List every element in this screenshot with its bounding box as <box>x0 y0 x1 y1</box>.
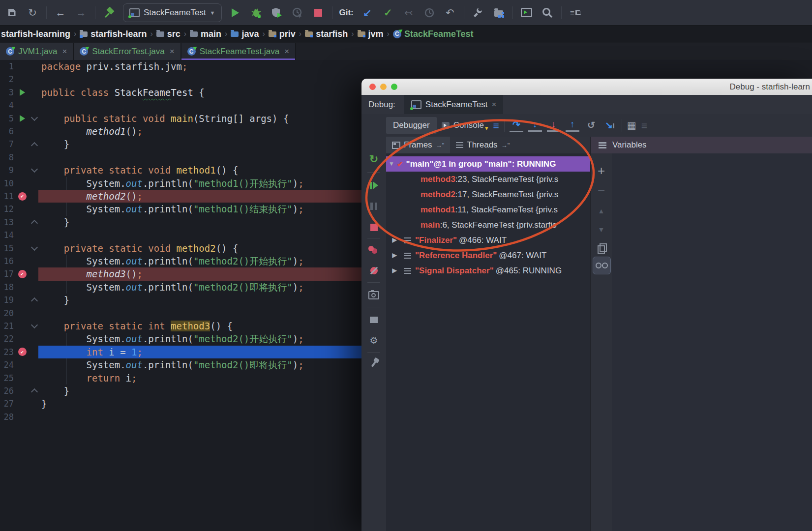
duplicate-watch-button[interactable] <box>591 241 612 258</box>
save-button[interactable] <box>5 5 19 20</box>
debug-session-tab[interactable]: StackFeameTest × <box>404 95 504 114</box>
restore-layout-button[interactable]: ≡ <box>641 120 647 131</box>
profiler-button[interactable] <box>291 5 304 20</box>
resume-button[interactable] <box>361 177 386 193</box>
run-icon[interactable] <box>20 115 25 122</box>
rerun-button[interactable]: ↻ <box>361 151 386 167</box>
run-icon[interactable] <box>20 89 25 96</box>
move-up-button[interactable]: ▲ <box>591 203 612 219</box>
breakpoint-icon[interactable]: ✔ <box>18 192 27 201</box>
expander-right-icon[interactable]: ▶ <box>389 263 400 278</box>
stack-frame-row[interactable]: method1:11, StackFeameTest {priv.s <box>386 202 590 217</box>
expander-right-icon[interactable]: ▶ <box>389 233 400 248</box>
breadcrumb-item[interactable]: jvm <box>358 29 384 39</box>
breadcrumb-item[interactable]: main <box>190 29 221 39</box>
fold-icon[interactable] <box>31 166 38 173</box>
force-step-into-button[interactable]: ↓ <box>547 119 561 132</box>
editor-tab[interactable]: CStackFeameTest.java× <box>181 43 296 60</box>
breadcrumb-item[interactable]: starfish-learning <box>1 29 70 39</box>
remove-watch-button[interactable]: − <box>591 182 612 199</box>
close-icon[interactable]: × <box>170 47 175 57</box>
stack-frame-row[interactable]: main:6, StackFeameTest {priv.starfis <box>386 217 590 233</box>
tab-frames[interactable]: Frames →" <box>386 137 450 153</box>
editor-tab[interactable]: CJVM1.java× <box>0 43 74 60</box>
thread-dump-button[interactable] <box>361 287 386 303</box>
tab-threads[interactable]: Threads →" <box>450 137 515 153</box>
expander-right-icon[interactable]: ▶ <box>389 248 400 263</box>
step-over-button[interactable]: ↷ <box>510 119 523 132</box>
breadcrumb-item[interactable]: java <box>231 29 259 39</box>
forward-button[interactable]: → <box>74 5 88 20</box>
fold-icon[interactable] <box>31 388 38 395</box>
mute-breakpoints-button[interactable] <box>361 263 386 278</box>
pin-button[interactable] <box>361 356 386 372</box>
evaluate-expression-button[interactable]: ▦ <box>627 120 636 130</box>
settings-button[interactable] <box>471 5 485 20</box>
breadcrumb-item[interactable]: starfish <box>305 29 348 39</box>
thread-row[interactable]: ▶"Reference Handler"@467: WAIT <box>386 248 590 263</box>
update-project-button[interactable]: ↙ <box>361 5 374 20</box>
run-to-cursor-button[interactable]: ↘I <box>603 119 617 131</box>
fold-icon[interactable] <box>31 220 38 227</box>
bug-icon <box>250 7 262 19</box>
breadcrumb-item[interactable]: src <box>156 29 180 39</box>
step-into-button[interactable]: ↓ <box>528 119 542 132</box>
stack-frame-row[interactable]: method3:23, StackFeameTest {priv.s <box>386 172 590 187</box>
close-icon[interactable]: × <box>491 100 496 110</box>
thread-row[interactable]: ▶"Finalizer"@466: WAIT <box>386 233 590 248</box>
breadcrumb-separator: › <box>351 30 354 38</box>
add-watch-button[interactable]: + <box>591 162 612 179</box>
fold-icon[interactable] <box>31 142 38 149</box>
fold-icon[interactable] <box>31 297 38 304</box>
thread-row[interactable]: ▶"Signal Dispatcher"@465: RUNNING <box>386 263 590 278</box>
expander-down-icon[interactable]: ▼ <box>386 156 397 172</box>
run-config-selector[interactable]: StackFeameTest ▼ <box>123 3 222 22</box>
show-watches-button[interactable] <box>593 257 611 274</box>
breadcrumb-item[interactable]: CStackFeameTest <box>393 29 474 39</box>
view-breakpoints-button[interactable] <box>361 241 386 257</box>
sync-button[interactable]: ↻ <box>26 5 39 20</box>
tab-console[interactable]: Console ▾ <box>442 119 488 132</box>
drop-frame-button[interactable]: ↺ <box>584 119 598 131</box>
output-badge-icon: ▾ <box>485 124 488 132</box>
search-everywhere-button[interactable] <box>541 5 554 20</box>
stack-frame-row[interactable]: method2:17, StackFeameTest {priv.s <box>386 187 590 202</box>
settings-gear-button[interactable]: ⚙ <box>361 332 386 348</box>
run-anything-button[interactable] <box>520 5 534 20</box>
commit-button[interactable]: ✓ <box>381 5 395 20</box>
history-button[interactable] <box>422 5 436 20</box>
run-button[interactable] <box>229 5 242 20</box>
close-icon[interactable]: × <box>62 47 67 57</box>
thread-row-selected[interactable]: ▼✔"main"@1 in group "main": RUNNING <box>386 156 590 172</box>
debug-button[interactable] <box>249 5 263 20</box>
editor-tab[interactable]: CStackErrorTest.java× <box>74 43 181 60</box>
stop-button[interactable] <box>311 5 325 20</box>
debug-window-titlebar[interactable]: Debug - starfish-learn <box>361 79 812 95</box>
coverage-button[interactable] <box>270 5 284 20</box>
fold-icon[interactable] <box>31 244 38 251</box>
pause-button[interactable] <box>361 198 386 214</box>
fold-icon[interactable] <box>31 114 38 121</box>
sort-frames-icon[interactable]: ≡ <box>493 120 499 131</box>
tab-debugger[interactable]: Debugger <box>386 117 437 134</box>
close-window-button[interactable] <box>369 84 376 90</box>
breadcrumb-item[interactable]: priv <box>269 29 296 39</box>
layout-button[interactable] <box>361 312 386 327</box>
project-structure-button[interactable] <box>492 5 506 20</box>
back-button[interactable]: ← <box>54 5 67 20</box>
move-down-button[interactable]: ▼ <box>591 221 612 238</box>
rollback-button[interactable]: ↶ <box>443 5 457 20</box>
line-number: 28 <box>0 411 14 423</box>
cherry-pick-button[interactable]: ↢ <box>402 5 416 20</box>
step-out-button[interactable]: ↑ <box>566 119 579 132</box>
fold-icon[interactable] <box>31 322 38 328</box>
breadcrumb-item[interactable]: starfish-learn <box>80 29 147 39</box>
build-button[interactable] <box>102 5 116 20</box>
breakpoint-icon[interactable]: ✔ <box>18 270 27 278</box>
minimize-window-button[interactable] <box>380 84 387 90</box>
save-all-button[interactable]: ≡ <box>569 5 582 20</box>
zoom-window-button[interactable] <box>391 84 397 90</box>
close-icon[interactable]: × <box>284 47 289 57</box>
breakpoint-icon[interactable]: ✔ <box>18 348 27 356</box>
stop-debug-button[interactable] <box>361 219 386 235</box>
